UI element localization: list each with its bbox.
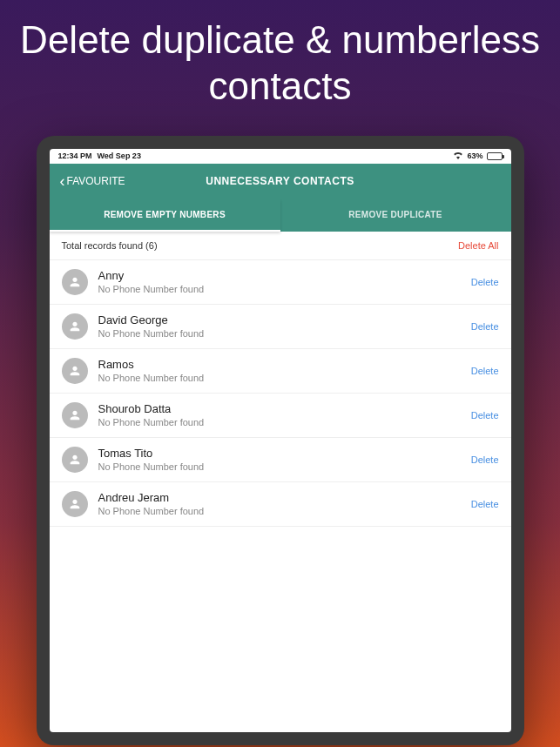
wifi-icon [453, 151, 463, 161]
status-date: Wed Sep 23 [98, 151, 141, 160]
contact-info: RamosNo Phone Number found [98, 358, 471, 383]
nav-header: ‹ FAVOURITE UNNECESSARY CONTACTS [50, 164, 511, 199]
contact-row: David GeorgeNo Phone Number foundDelete [50, 305, 511, 349]
contact-name: Tomas Tito [98, 447, 471, 460]
marketing-headline: Delete duplicate & numberless contacts [0, 0, 560, 136]
delete-all-button[interactable]: Delete All [458, 240, 498, 251]
contact-subtitle: No Phone Number found [98, 328, 471, 339]
contact-row: RamosNo Phone Number foundDelete [50, 349, 511, 394]
device-frame: 12:34 PM Wed Sep 23 63% ‹ FAVOURITE UNNE… [37, 136, 524, 745]
contact-row: Andreu JeramNo Phone Number foundDelete [50, 482, 511, 527]
avatar-icon [62, 447, 88, 473]
avatar-icon [62, 402, 88, 428]
contact-info: Andreu JeramNo Phone Number found [98, 491, 471, 516]
avatar-icon [62, 313, 88, 340]
total-records: Total records found (6) [62, 240, 158, 251]
delete-button[interactable]: Delete [471, 499, 499, 509]
contact-subtitle: No Phone Number found [98, 417, 471, 427]
contact-info: Shourob DattaNo Phone Number found [98, 402, 471, 427]
contact-name: Shourob Datta [98, 402, 471, 415]
avatar-icon [62, 491, 88, 517]
contact-name: David George [98, 313, 471, 326]
contact-name: Ramos [98, 358, 471, 371]
contact-info: David GeorgeNo Phone Number found [98, 313, 471, 339]
delete-button[interactable]: Delete [471, 277, 499, 287]
contact-name: Andreu Jeram [98, 491, 471, 504]
tab-remove-duplicate[interactable]: REMOVE DUPLICATE [280, 199, 511, 232]
status-bar: 12:34 PM Wed Sep 23 63% [50, 149, 511, 164]
device-screen: 12:34 PM Wed Sep 23 63% ‹ FAVOURITE UNNE… [50, 149, 511, 732]
contact-subtitle: No Phone Number found [98, 373, 471, 383]
back-label: FAVOURITE [67, 175, 125, 187]
status-time: 12:34 PM [58, 151, 92, 160]
delete-button[interactable]: Delete [471, 321, 499, 332]
contact-subtitle: No Phone Number found [98, 506, 471, 516]
contact-info: Tomas TitoNo Phone Number found [98, 447, 471, 472]
delete-button[interactable]: Delete [471, 454, 499, 465]
back-button[interactable]: ‹ FAVOURITE [60, 172, 125, 191]
summary-row: Total records found (6) Delete All [50, 232, 511, 260]
contact-name: Anny [98, 269, 471, 282]
page-title: UNNECESSARY CONTACTS [206, 175, 354, 187]
battery-icon [487, 152, 503, 160]
contact-row: Shourob DattaNo Phone Number foundDelete [50, 394, 511, 438]
avatar-icon [62, 358, 88, 384]
tab-remove-empty[interactable]: REMOVE EMPTY NUMBERS [50, 199, 280, 232]
contact-row: AnnyNo Phone Number foundDelete [50, 260, 511, 305]
contact-subtitle: No Phone Number found [98, 284, 471, 294]
delete-button[interactable]: Delete [471, 366, 499, 376]
contact-info: AnnyNo Phone Number found [98, 269, 471, 294]
delete-button[interactable]: Delete [471, 410, 499, 421]
avatar-icon [62, 269, 88, 295]
contact-list: AnnyNo Phone Number foundDeleteDavid Geo… [50, 260, 511, 732]
battery-percent: 63% [467, 151, 482, 160]
contact-subtitle: No Phone Number found [98, 461, 471, 472]
chevron-left-icon: ‹ [60, 172, 65, 191]
contact-row: Tomas TitoNo Phone Number foundDelete [50, 438, 511, 482]
tab-bar: REMOVE EMPTY NUMBERS REMOVE DUPLICATE [50, 199, 511, 232]
